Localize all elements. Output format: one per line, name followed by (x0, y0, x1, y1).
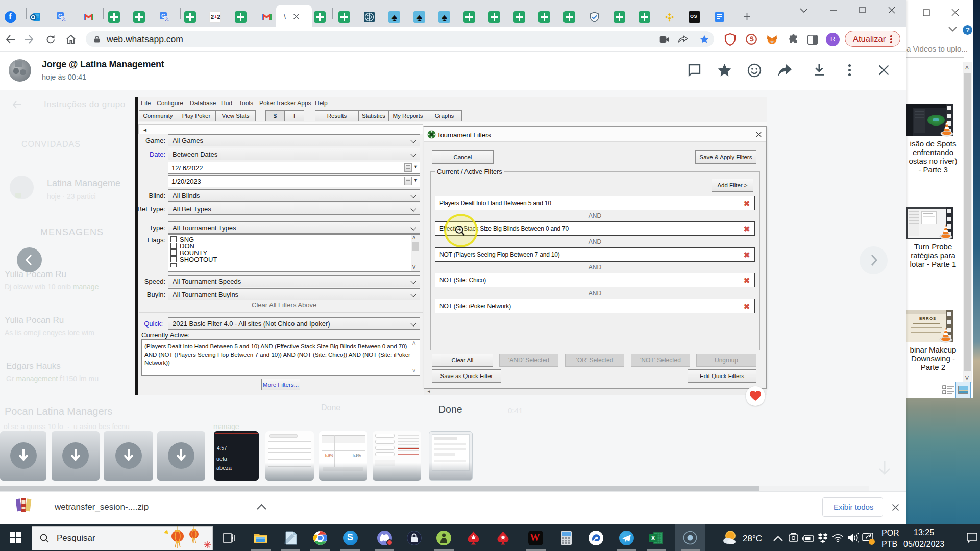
svg-text:文: 文 (165, 17, 169, 21)
svg-text:X: X (651, 535, 655, 542)
svg-text:文: 文 (62, 17, 66, 21)
